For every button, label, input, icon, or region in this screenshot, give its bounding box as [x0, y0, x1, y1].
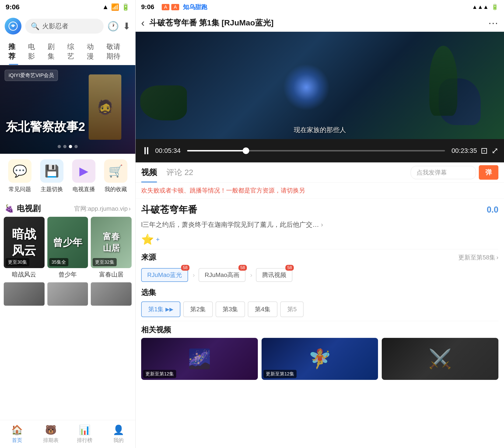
tab-variety[interactable]: 综艺	[63, 38, 82, 65]
chevron-right-icon: ›	[128, 205, 131, 212]
related-thumb-icon-1: 🧚	[308, 348, 332, 370]
related-item-0[interactable]: 🌌 更新至第12集	[141, 338, 258, 380]
right-status-icons: ▲▲▲ 🔋	[472, 4, 498, 10]
drama-overlay-title-0: 暗战风云	[12, 226, 36, 259]
related-thumb-0: 🌌 更新至第12集	[141, 338, 258, 380]
quick-label-theme: 主题切换	[41, 185, 63, 193]
star-icon[interactable]: ⭐	[141, 233, 154, 246]
related-thumb-icon-2: ⚔️	[428, 348, 452, 370]
related-label: 相关视频	[141, 321, 498, 338]
drama-name-1: 曾少年	[47, 270, 88, 279]
more-drama-0[interactable]	[4, 282, 45, 306]
quick-item-theme[interactable]: 💾 主题切换	[40, 159, 63, 193]
source-chip-1[interactable]: 58 RJuMao高画	[198, 268, 246, 282]
drama-overlay-title-2: 富春山居	[103, 231, 120, 254]
more-drama-2[interactable]	[91, 282, 132, 306]
source-chip-0[interactable]: 58 RJuMao蓝光	[141, 268, 188, 282]
related-item-2[interactable]: ⚔️	[382, 338, 498, 380]
search-text: 火影忍者	[42, 22, 68, 31]
status-bar-left: 9:06 ▲ 📶 🔋	[0, 0, 135, 14]
wifi-icon: ▲	[102, 3, 109, 11]
playing-icon: ▶▶	[165, 306, 173, 312]
episode-chip-4[interactable]: 第5	[280, 302, 304, 317]
episode-label: 选集	[141, 285, 498, 302]
dot-4	[74, 145, 78, 148]
quick-menu: 💬 常见问题 💾 主题切换 ▶ 电视直播 🛒 我的收藏	[0, 154, 135, 198]
tv-section-link[interactable]: 官网:app.rjumao.vip ›	[74, 205, 131, 213]
more-options-button[interactable]: ···	[488, 17, 498, 29]
quick-item-favorites[interactable]: 🛒 我的收藏	[104, 159, 127, 193]
right-panel: 9:06 A A 知乌甜跑 ▲▲▲ 🔋 ‹ 斗破苍穹年番 第1集 [RJuMao…	[135, 0, 504, 448]
tab-anime[interactable]: 动漫	[82, 38, 102, 65]
content-area: 斗破苍穹年番 0.0 l三年之约后，萧炎终于在迦南学院见到了薰儿，此后他广交… …	[136, 198, 504, 448]
episode-chip-1[interactable]: 第2集	[183, 302, 213, 317]
current-time: 00:05:34	[155, 147, 180, 154]
fullscreen-icon[interactable]: ⤢	[491, 146, 498, 156]
tab-comments[interactable]: 评论 22	[166, 162, 193, 182]
status-time-left: 9:06	[6, 3, 19, 11]
notice-bar: 欢失败或者卡顿、跳播等情况！一般都是官方资源，请切换另	[136, 183, 504, 198]
progress-bar[interactable]	[187, 150, 445, 151]
tab-movie[interactable]: 电影	[23, 38, 43, 65]
show-rating: 0.0	[487, 205, 498, 215]
source-update[interactable]: 更新至第58集 ›	[458, 253, 498, 262]
zhihu-logo: 知乌甜跑	[183, 3, 207, 11]
drama-item-2[interactable]: 富春山居 更至32集 富春山居	[91, 217, 132, 279]
episode-chip-3[interactable]: 第4集	[248, 302, 277, 317]
back-button[interactable]: ‹	[141, 17, 145, 29]
episode-chip-0[interactable]: 第1集 ▶▶	[141, 302, 180, 317]
tab-upcoming[interactable]: 敬请期待	[102, 38, 132, 65]
status-bar-right: 9:06 A A 知乌甜跑 ▲▲▲ 🔋	[136, 0, 504, 14]
video-info-tabs: 视频 评论 22 点我发弹幕 弹	[136, 162, 504, 183]
nav-ranking[interactable]: 📊 排行榜	[68, 424, 102, 444]
battery-icon-right: 🔋	[491, 4, 498, 10]
drama-name-0: 暗战风云	[4, 270, 45, 279]
schedule-icon: 🐻	[45, 424, 57, 435]
drama-thumb-2: 富春山居 更至32集	[91, 217, 132, 268]
tab-drama[interactable]: 剧集	[43, 38, 63, 65]
video-glow-effect	[283, 64, 330, 111]
banner-area[interactable]: 🧔 iQIYI爱奇艺VIP会员 东北警察故事2	[0, 65, 135, 154]
tab-recommend[interactable]: 推荐	[4, 38, 23, 65]
app-logo	[5, 18, 21, 35]
play-pause-button[interactable]: ⏸	[141, 145, 151, 157]
episode-chip-2[interactable]: 第3集	[216, 302, 245, 317]
scene-tree	[429, 46, 457, 116]
drama-item-1[interactable]: 曾少年 35集全 曾少年	[47, 217, 88, 279]
badge-a2: A	[171, 4, 179, 10]
show-description[interactable]: l三年之约后，萧炎终于在迦南学院见到了薰儿，此后他广交… ›	[141, 218, 498, 232]
danmu-button[interactable]: 弹	[479, 165, 498, 180]
download-icon[interactable]: ⬇	[123, 21, 131, 32]
video-scene: 现在家族的那些人	[136, 32, 504, 139]
quick-item-tv[interactable]: ▶ 电视直播	[72, 159, 95, 193]
drama-item-0[interactable]: 暗战风云 更至30集 暗战风云	[4, 217, 45, 279]
pip-icon[interactable]: ⊡	[481, 146, 488, 156]
video-controls: ⏸ 00:05:34 00:23:35 ⊡ ⤢	[136, 139, 504, 162]
related-item-1[interactable]: 🧚 更新至第12集	[262, 338, 378, 380]
search-icon: 🔍	[31, 22, 39, 30]
chip-badge-0: 58	[181, 265, 189, 271]
tab-video[interactable]: 视频	[141, 162, 157, 182]
dot-2	[63, 145, 67, 148]
search-bar[interactable]: 🔍 火影忍者	[25, 19, 104, 34]
more-dramas	[0, 282, 135, 309]
svg-point-1	[12, 25, 14, 27]
source-chip-2[interactable]: 58 腾讯视频	[256, 268, 292, 282]
related-videos: 🌌 更新至第12集 🧚 更新至第12集 ⚔️	[141, 338, 498, 385]
wifi-icon-right: ▲▲▲	[472, 4, 489, 10]
history-icon[interactable]: 🕐	[107, 21, 119, 32]
nav-mine[interactable]: 👤 我的	[102, 424, 135, 444]
nav-home[interactable]: 🏠 首页	[0, 424, 34, 444]
progress-fill	[187, 150, 246, 151]
related-thumb-bg-2: ⚔️	[382, 338, 498, 380]
quick-item-faq[interactable]: 💬 常见问题	[8, 159, 32, 193]
add-to-favorites[interactable]: +	[156, 236, 160, 243]
banner-image: 🧔 iQIYI爱奇艺VIP会员 东北警察故事2	[0, 65, 135, 154]
show-title: 斗破苍穹年番	[141, 203, 197, 216]
nav-schedule[interactable]: 🐻 排期表	[34, 424, 68, 444]
drama-thumb-1: 曾少年 35集全	[47, 217, 88, 268]
app-header: 🔍 火影忍者 🕐 ⬇	[0, 14, 135, 38]
more-drama-1[interactable]	[47, 282, 88, 306]
danmu-field[interactable]: 点我发弹幕	[411, 166, 476, 179]
video-player: 现在家族的那些人 ⏸ 00:05:34 00:23:35 ⊡ ⤢	[136, 32, 504, 162]
